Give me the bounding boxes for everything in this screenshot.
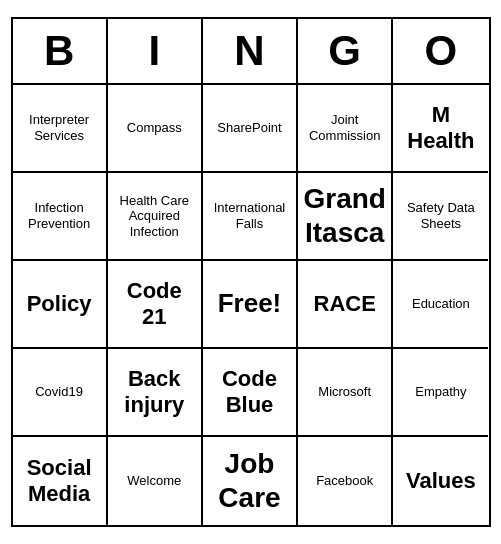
bingo-cell-21[interactable]: Welcome — [108, 437, 203, 525]
bingo-cell-23[interactable]: Facebook — [298, 437, 393, 525]
bingo-cell-17[interactable]: Code Blue — [203, 349, 298, 437]
header-i: I — [108, 19, 203, 83]
bingo-cell-9[interactable]: Safety Data Sheets — [393, 173, 488, 261]
bingo-cell-5[interactable]: Infection Prevention — [13, 173, 108, 261]
bingo-cell-12[interactable]: Free! — [203, 261, 298, 349]
header-n: N — [203, 19, 298, 83]
bingo-cell-11[interactable]: Code 21 — [108, 261, 203, 349]
bingo-cell-2[interactable]: SharePoint — [203, 85, 298, 173]
bingo-cell-13[interactable]: RACE — [298, 261, 393, 349]
bingo-header: B I N G O — [13, 19, 489, 85]
bingo-cell-16[interactable]: Back injury — [108, 349, 203, 437]
header-b: B — [13, 19, 108, 83]
bingo-cell-8[interactable]: Grand Itasca — [298, 173, 393, 261]
bingo-cell-20[interactable]: Social Media — [13, 437, 108, 525]
bingo-cell-18[interactable]: Microsoft — [298, 349, 393, 437]
bingo-card: B I N G O Interpreter ServicesCompassSha… — [11, 17, 491, 527]
bingo-cell-15[interactable]: Covid19 — [13, 349, 108, 437]
bingo-cell-7[interactable]: International Falls — [203, 173, 298, 261]
bingo-cell-10[interactable]: Policy — [13, 261, 108, 349]
header-g: G — [298, 19, 393, 83]
bingo-cell-1[interactable]: Compass — [108, 85, 203, 173]
bingo-cell-4[interactable]: M Health — [393, 85, 488, 173]
bingo-grid: Interpreter ServicesCompassSharePointJoi… — [13, 85, 489, 525]
bingo-cell-6[interactable]: Health Care Acquired Infection — [108, 173, 203, 261]
bingo-cell-24[interactable]: Values — [393, 437, 488, 525]
header-o: O — [393, 19, 488, 83]
bingo-cell-0[interactable]: Interpreter Services — [13, 85, 108, 173]
bingo-cell-22[interactable]: Job Care — [203, 437, 298, 525]
bingo-cell-19[interactable]: Empathy — [393, 349, 488, 437]
bingo-cell-14[interactable]: Education — [393, 261, 488, 349]
bingo-cell-3[interactable]: Joint Commission — [298, 85, 393, 173]
